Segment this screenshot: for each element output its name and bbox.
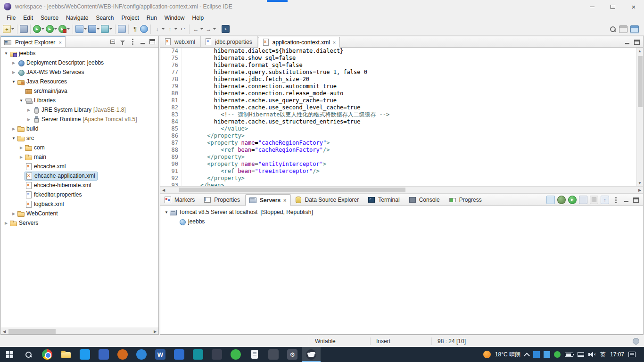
dropdown-arrow-icon[interactable] xyxy=(213,28,216,30)
tree-item[interactable]: ▶Servers xyxy=(1,218,158,228)
fold-margin[interactable] xyxy=(181,161,187,168)
line-number[interactable]: 75 xyxy=(160,55,181,62)
menu-help[interactable]: Help xyxy=(189,14,208,22)
network-icon[interactable] xyxy=(578,352,584,357)
dropdown-arrow-icon[interactable] xyxy=(97,28,99,30)
tree-item[interactable]: ▼src xyxy=(1,133,158,143)
file-explorer-icon[interactable] xyxy=(57,347,75,362)
dropdown-arrow-icon[interactable] xyxy=(109,28,112,30)
show-whitespace-button[interactable] xyxy=(131,25,140,33)
panel-tab-console[interactable]: Console xyxy=(405,194,445,206)
fold-margin[interactable] xyxy=(181,104,187,111)
tree-item[interactable]: ▶JRE System Library[JavaSE-1.8] xyxy=(1,105,158,115)
tree-item[interactable]: ▶build xyxy=(1,124,158,133)
panel-tab-terminal[interactable]: Terminal xyxy=(364,194,405,206)
taskbar-app-icon[interactable] xyxy=(94,347,113,362)
line-number[interactable]: 77 xyxy=(160,69,181,76)
scrollbar-thumb[interactable] xyxy=(179,188,405,192)
dropdown-arrow-icon[interactable] xyxy=(174,28,177,30)
fold-margin[interactable] xyxy=(181,182,187,186)
fold-margin[interactable] xyxy=(181,83,187,90)
active-app-icon[interactable] xyxy=(302,347,321,362)
new-ejb-button[interactable] xyxy=(75,25,88,33)
taskbar-app-icon[interactable] xyxy=(113,347,132,362)
profile-server-icon[interactable] xyxy=(579,196,587,204)
vscode-icon[interactable] xyxy=(75,347,94,362)
line-number[interactable]: 79 xyxy=(160,83,181,90)
scroll-up-icon[interactable]: ▲ xyxy=(636,48,643,54)
panel-tab-properties[interactable]: Properties xyxy=(200,194,245,206)
tree-item[interactable]: ehcache-hibernate.xml xyxy=(1,181,158,190)
server-row[interactable]: ▼ Tomcat v8.5 Server at localhost [Stopp… xyxy=(160,207,643,217)
close-tab-icon[interactable]: × xyxy=(333,40,336,45)
prev-annotation-button[interactable] xyxy=(165,25,178,33)
fold-margin[interactable] xyxy=(181,147,187,154)
fold-margin[interactable] xyxy=(181,175,187,182)
battery-icon[interactable] xyxy=(565,353,573,357)
project-tree[interactable]: ▼jeebbs▶Deployment Descriptor: jeebbs▶JA… xyxy=(1,48,158,328)
line-number[interactable]: 78 xyxy=(160,76,181,83)
line-number[interactable]: 91 xyxy=(160,168,181,175)
maximize-editor-icon[interactable] xyxy=(633,38,641,46)
chevron-expanded-icon[interactable]: ▼ xyxy=(3,51,9,56)
scrollbar-thumb[interactable] xyxy=(8,329,56,334)
tree-item[interactable]: ▶JAX-WS Web Services xyxy=(1,67,158,77)
line-number[interactable]: 90 xyxy=(160,161,181,168)
taskbar-app-icon[interactable] xyxy=(189,347,207,362)
taskbar-app-icon[interactable] xyxy=(264,347,283,362)
columns-layout-icon[interactable] xyxy=(546,196,555,204)
menu-search[interactable]: Search xyxy=(92,14,117,22)
panel-tab-data-source-explorer[interactable]: Data Source Explorer xyxy=(291,194,364,206)
editor-tab-jdbc.properties[interactable]: jdbc.properties xyxy=(201,36,258,47)
debug-button[interactable] xyxy=(33,25,45,33)
scroll-down-icon[interactable]: ▼ xyxy=(636,180,643,186)
open-browser-button[interactable] xyxy=(140,25,149,33)
menu-project[interactable]: Project xyxy=(117,14,142,22)
start-server-icon[interactable] xyxy=(568,196,577,204)
scroll-right-icon[interactable]: ▶ xyxy=(152,328,158,335)
word-icon[interactable]: W xyxy=(151,347,170,362)
code-editor[interactable]: 74 hibernate.dialect=${hibernate.dialect… xyxy=(160,48,643,186)
panel-tab-progress[interactable]: Progress xyxy=(445,194,487,206)
fold-margin[interactable] xyxy=(181,111,187,118)
line-number[interactable]: 76 xyxy=(160,62,181,69)
chrome-icon[interactable] xyxy=(38,347,57,362)
line-number[interactable]: 83 xyxy=(160,111,181,118)
settings-icon[interactable]: ⚙ xyxy=(283,347,302,362)
run-button[interactable] xyxy=(45,25,58,33)
calculator-icon[interactable] xyxy=(207,347,226,362)
chevron-expanded-icon[interactable]: ▼ xyxy=(10,136,17,140)
tree-item[interactable]: src/main/java xyxy=(1,86,158,96)
stop-server-icon[interactable] xyxy=(590,196,598,204)
editor-tab-application-context.xml[interactable]: application-context.xml× xyxy=(258,37,340,48)
explorer-hscrollbar[interactable]: ◀ ▶ xyxy=(1,328,158,334)
menu-navigate[interactable]: Navigate xyxy=(62,14,92,22)
line-number[interactable]: 84 xyxy=(160,118,181,125)
line-number[interactable]: 88 xyxy=(160,147,181,154)
collapse-all-icon[interactable] xyxy=(109,38,116,46)
notepad-icon[interactable] xyxy=(245,347,264,362)
tree-item[interactable]: ehcache-application.xml xyxy=(1,171,158,181)
start-button[interactable] xyxy=(0,347,19,362)
view-menu-icon[interactable] xyxy=(129,38,136,46)
fold-margin[interactable] xyxy=(181,132,187,140)
wechat-icon[interactable] xyxy=(226,347,245,362)
forward-button[interactable] xyxy=(204,25,217,33)
chevron-collapsed-icon[interactable]: ▶ xyxy=(10,70,17,74)
scroll-left-icon[interactable]: ◀ xyxy=(1,328,8,335)
dropdown-arrow-icon[interactable] xyxy=(67,28,70,30)
chevron-collapsed-icon[interactable]: ▶ xyxy=(3,221,9,225)
fold-margin[interactable] xyxy=(181,76,187,83)
fold-margin[interactable] xyxy=(181,154,187,161)
fold-margin[interactable] xyxy=(181,55,187,62)
tray-expand-icon[interactable] xyxy=(524,353,530,359)
clock[interactable]: 17:07 xyxy=(610,351,624,358)
dropdown-arrow-icon[interactable] xyxy=(54,28,57,30)
chevron-collapsed-icon[interactable]: ▶ xyxy=(10,127,17,131)
tree-item[interactable]: ▼Libraries xyxy=(1,96,158,105)
editor-hscrollbar[interactable]: ◀ ▶ xyxy=(160,186,643,193)
chevron-collapsed-icon[interactable]: ▶ xyxy=(10,212,17,216)
tree-item[interactable]: ▶WebContent xyxy=(1,209,158,218)
line-number[interactable]: 86 xyxy=(160,132,181,140)
external-tools-button[interactable] xyxy=(58,25,71,33)
